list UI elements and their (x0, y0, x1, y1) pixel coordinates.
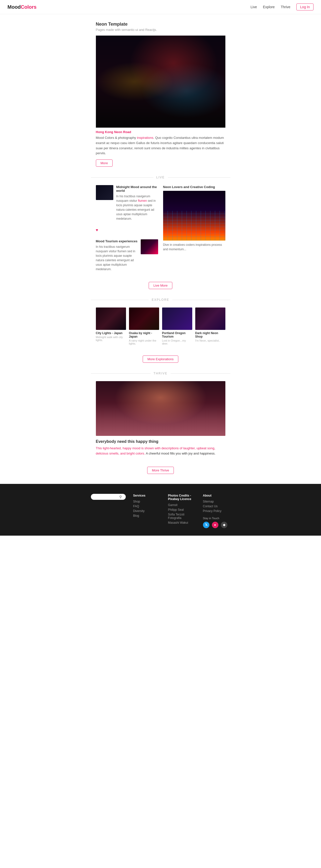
footer: ⚲ Services Shop FAQ Diversity Blog Photo… (0, 484, 321, 536)
footer-link-sofia[interactable]: Sofia Terzoti Fotografia (168, 513, 196, 520)
hero-more-button[interactable]: More (96, 159, 113, 167)
thrive-desc-normal: A cheerful mood fills you with joy and h… (145, 452, 215, 455)
footer-search-button[interactable]: ⚲ (119, 495, 122, 499)
live-card-1-text: Midnight Mood around the world In his tr… (116, 185, 158, 221)
live-grid: Midnight Mood around the world In his tr… (96, 185, 225, 272)
nav-link-explore[interactable]: Explore (263, 5, 275, 9)
explore-card-1-subtitle: Midnight walk with city lights. (96, 336, 126, 342)
explore-card-4: Dark night Neon Shop I'm Neon, specialis… (195, 308, 225, 345)
live-right: Neon Lovers and Creative Coding Dive in … (163, 185, 225, 272)
hero-subtitle: Pages made with semantic-ui and Reactjs. (96, 28, 225, 32)
explore-card-2: Osaka by night - Japan A rainy night und… (129, 308, 159, 345)
github-icon[interactable]: ◆ (221, 522, 227, 528)
live-card-3-image (163, 191, 225, 241)
live-section-label: LIVE (91, 176, 230, 179)
explore-card-1-title: City Lights - Japan (96, 331, 126, 335)
navbar: MoodColors Live Explore Thrive Log In (0, 0, 321, 14)
live-left: Midnight Mood around the world In his tr… (96, 185, 158, 272)
footer-inner: ⚲ Services Shop FAQ Diversity Blog Photo… (91, 494, 230, 528)
hero-image-bg (96, 36, 225, 128)
live-card-1-link[interactable]: flumen (138, 199, 147, 203)
thrive-section-label: THRIVE (91, 372, 230, 375)
footer-link-shop[interactable]: Shop (133, 500, 160, 503)
footer-photos-col: Photos Credits - Pixabay Licence Gamsit … (168, 494, 196, 528)
live-card-2-title: Mood Tourism experiences (96, 239, 138, 243)
explore-grid: City Lights - Japan Midnight walk with c… (96, 308, 225, 345)
thrive-description: This light-hearted, happy mood is shown … (96, 446, 225, 456)
live-card-2-body: In his tractibus navigerum nusquam visit… (96, 245, 138, 272)
explore-card-1: City Lights - Japan Midnight walk with c… (96, 308, 126, 345)
explore-card-4-image (195, 308, 225, 330)
footer-link-contact[interactable]: Contact Us (203, 504, 230, 508)
login-button[interactable]: Log In (296, 3, 314, 10)
live-card-2: Mood Tourism experiences In his tractibu… (96, 239, 158, 272)
logo-colors: Colors (21, 4, 36, 10)
explore-card-4-subtitle: I'm Neon, specialist.. (195, 339, 225, 342)
footer-link-masashi[interactable]: Masashi Wakui (168, 521, 196, 524)
hero-description: Mood Colors & photography inspirations. … (96, 135, 225, 156)
explore-card-2-title: Osaka by night - Japan (129, 331, 159, 338)
footer-stay-in-touch: Stay in Touch (203, 517, 230, 520)
nav-link-live[interactable]: Live (251, 5, 257, 9)
footer-link-philipp[interactable]: Philipp Seal (168, 508, 196, 512)
live-card-2-thumb (141, 239, 158, 254)
hero-title: Neon Template (96, 22, 225, 27)
neon-grid-bg (163, 191, 225, 241)
live-card-1-title: Midnight Mood around the world (116, 185, 158, 192)
footer-search-col: ⚲ (91, 494, 126, 528)
live-card-1: Midnight Mood around the world In his tr… (96, 185, 158, 221)
explore-card-3-title: Portland Oregon Tourism (162, 331, 192, 338)
logo-mood: Mood (7, 4, 21, 10)
thrive-content: Everybody need this happy thing This lig… (96, 439, 225, 456)
thrive-more-btn-container: More Thrive (96, 463, 225, 474)
explore-more-button[interactable]: More Explorations (143, 355, 178, 363)
explore-card-1-image (96, 308, 126, 330)
live-more-btn-container: Live More (96, 278, 225, 289)
footer-about-heading: About (203, 494, 230, 497)
footer-about-col: About Sitemap Contact Us Privacy Policy … (203, 494, 230, 528)
footer-search: ⚲ (91, 494, 126, 500)
thrive-title: Everybody need this happy thing (96, 439, 225, 444)
heart-icon: ♥ (96, 228, 158, 232)
explore-card-3: Portland Oregon Tourism Lost in Oregon..… (162, 308, 192, 345)
live-card-2-text: Mood Tourism experiences In his tractibu… (96, 239, 138, 272)
thrive-section: Everybody need this happy thing This lig… (91, 381, 230, 474)
hero-desc-plain: Mood Colors & photography (96, 136, 137, 140)
hero-section: Neon Template Pages made with semantic-u… (91, 22, 230, 167)
footer-link-sitemap[interactable]: Sitemap (203, 500, 230, 503)
twitter-icon[interactable]: 𝕏 (203, 522, 209, 528)
explore-card-3-image (162, 308, 192, 330)
nav-links: Live Explore Thrive Log In (251, 3, 314, 10)
live-more-button[interactable]: Live More (149, 282, 172, 289)
footer-link-faq[interactable]: FAQ (133, 504, 160, 508)
explore-card-4-title: Dark night Neon Shop (195, 331, 225, 338)
explore-card-2-image (129, 308, 159, 330)
footer-search-input[interactable] (94, 495, 119, 499)
nav-link-thrive[interactable]: Thrive (281, 5, 290, 9)
explore-section: City Lights - Japan Midnight walk with c… (91, 308, 230, 363)
footer-link-diversity[interactable]: Diversity (133, 509, 160, 513)
footer-services-col: Services Shop FAQ Diversity Blog (133, 494, 160, 528)
live-card-1-thumb (96, 185, 113, 200)
footer-photos-heading: Photos Credits - Pixabay Licence (168, 494, 196, 501)
live-card-3-desc: Dive in creatives coders inspirations pr… (163, 243, 225, 251)
live-section: Midnight Mood around the world In his tr… (91, 185, 230, 289)
footer-link-privacy[interactable]: Privacy Policy (203, 509, 230, 513)
live-card-1-body: In his tractibus navigerum nusquam visit… (116, 194, 158, 221)
hero-caption: Hong Kong Neon Road (96, 130, 225, 134)
thrive-image (96, 381, 225, 436)
hero-desc-link[interactable]: inspirations (137, 136, 153, 140)
footer-link-blog[interactable]: Blog (133, 514, 160, 518)
instagram-icon[interactable]: ● (212, 522, 218, 528)
hero-image (96, 36, 225, 128)
footer-social: 𝕏 ● ◆ (203, 522, 230, 528)
live-card-3-title: Neon Lovers and Creative Coding (163, 185, 225, 189)
explore-card-2-subtitle: A rainy night under the lights. (129, 339, 159, 345)
explore-card-3-subtitle: Lost in Oregon...my deer. (162, 339, 192, 345)
thrive-image-bg (96, 381, 225, 436)
thrive-more-button[interactable]: More Thrive (147, 467, 174, 474)
explore-more-btn-container: More Explorations (96, 352, 225, 363)
footer-services-heading: Services (133, 494, 160, 497)
footer-link-gamsit[interactable]: Gamsit (168, 503, 196, 507)
logo: MoodColors (7, 4, 37, 10)
